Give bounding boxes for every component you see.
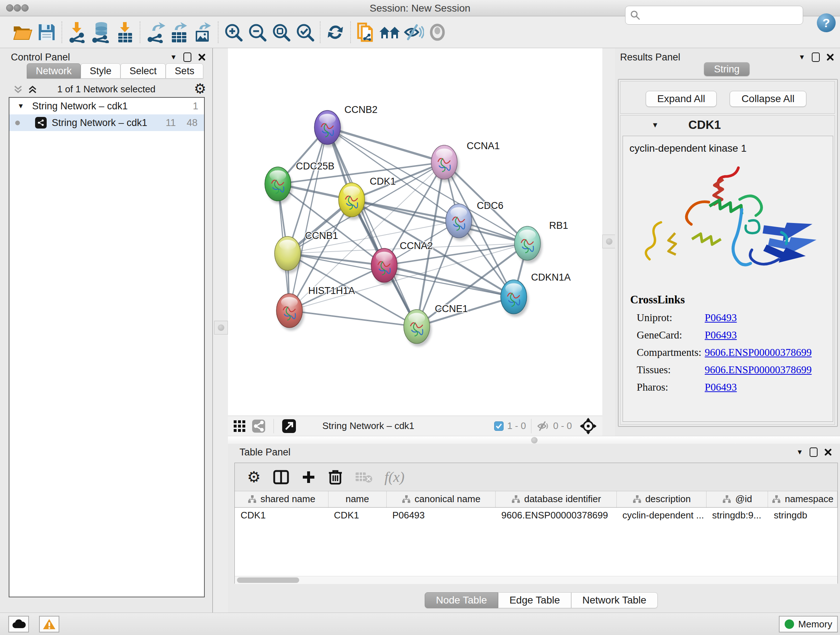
network-row[interactable]: String Network – cdk1 11 48	[9, 114, 204, 131]
edge-CCNB2-CCNE1[interactable]	[327, 127, 417, 326]
column-header--id[interactable]: @id	[706, 491, 768, 507]
refresh-view-button[interactable]	[324, 20, 347, 44]
export-network-button[interactable]	[143, 20, 167, 44]
zoom-out-button[interactable]	[245, 20, 269, 44]
left-splitter[interactable]	[213, 48, 228, 613]
collapse-entry-icon[interactable]: ▼	[652, 121, 659, 129]
new-network-from-selection-button[interactable]	[354, 20, 378, 44]
selected-nodes-checkbox[interactable]	[494, 421, 504, 431]
tree-expander-icon[interactable]: ▼	[17, 102, 24, 110]
gene-entry-header[interactable]: ▼ CDK1	[621, 116, 835, 134]
table-cell[interactable]: cyclin-dependent ...	[617, 507, 706, 523]
undock-panel-icon[interactable]	[810, 448, 818, 457]
hidden-eye-icon[interactable]	[537, 421, 549, 432]
tab-style[interactable]: Style	[81, 63, 120, 79]
close-panel-icon[interactable]	[824, 448, 832, 456]
column-header-name[interactable]: name	[328, 491, 386, 507]
node-label-CDC25B: CDC25B	[296, 161, 335, 172]
delete-column-trash-icon[interactable]	[328, 469, 343, 485]
crosslink-link[interactable]: P06493	[705, 381, 737, 393]
edge-CCNB2-HIST1H1A[interactable]	[289, 127, 327, 310]
open-in-new-window-icon[interactable]	[282, 419, 296, 433]
column-header-description[interactable]: description	[617, 491, 706, 507]
table-cell[interactable]: stringdb	[768, 507, 837, 523]
zoom-selected-button[interactable]	[293, 20, 317, 44]
memory-button[interactable]: Memory	[779, 616, 838, 632]
network-node-CCNE1[interactable]: CCNE1	[404, 303, 468, 347]
network-node-CDC25B[interactable]: CDC25B	[265, 161, 335, 204]
import-table-button[interactable]	[113, 20, 137, 44]
float-panel-icon[interactable]: ▼	[798, 53, 805, 61]
tab-select[interactable]: Select	[120, 63, 166, 79]
crosslink-link[interactable]: 9606.ENSP00000378699	[705, 347, 812, 358]
table-cell[interactable]: stringdb:9...	[706, 507, 768, 523]
right-splitter-handle[interactable]	[602, 234, 616, 249]
close-panel-icon[interactable]	[826, 53, 834, 61]
float-panel-icon[interactable]: ▼	[170, 53, 177, 61]
help-button[interactable]: ?	[817, 13, 836, 32]
save-session-button[interactable]	[35, 20, 58, 44]
tab-node-table[interactable]: Node Table	[425, 592, 498, 608]
crosslink-label: Tissues:	[630, 364, 705, 376]
open-session-button[interactable]	[11, 20, 35, 44]
network-share-icon[interactable]	[252, 419, 265, 433]
float-panel-icon[interactable]: ▼	[796, 448, 803, 456]
column-header-namespace[interactable]: namespace	[768, 491, 837, 507]
network-node-CCNA1[interactable]: CCNA1	[431, 141, 500, 182]
table-mode-gear-icon[interactable]: ⚙	[247, 468, 261, 486]
gear-icon[interactable]: ⚙	[194, 81, 206, 97]
table-cell[interactable]: 9606.ENSP00000378699	[496, 507, 617, 523]
zoom-fit-button[interactable]	[269, 20, 293, 44]
import-network-database-button[interactable]	[89, 20, 113, 44]
grid-view-icon[interactable]	[233, 420, 246, 432]
show-columns-icon[interactable]	[273, 469, 289, 485]
close-panel-icon[interactable]	[198, 53, 206, 61]
network-node-CDKN1A[interactable]: CDKN1A	[501, 272, 571, 317]
export-table-button[interactable]	[167, 20, 191, 44]
network-node-CDK1[interactable]: CDK1	[339, 176, 396, 220]
table-cell[interactable]: CDK1	[328, 507, 386, 523]
bottom-splitter-handle[interactable]	[531, 437, 538, 443]
search-input[interactable]	[641, 10, 796, 21]
hide-selected-button[interactable]	[401, 20, 425, 44]
tab-edge-table[interactable]: Edge Table	[498, 592, 571, 608]
scrollbar-thumb[interactable]	[237, 578, 299, 583]
tab-network-table[interactable]: Network Table	[571, 592, 658, 608]
warnings-button[interactable]	[39, 616, 59, 632]
create-column-icon[interactable]	[302, 470, 316, 485]
left-splitter-handle[interactable]	[214, 321, 228, 334]
birdseye-view-icon[interactable]	[580, 418, 597, 434]
column-header-shared-name[interactable]: shared name	[235, 491, 328, 507]
undock-panel-icon[interactable]	[812, 52, 820, 62]
network-node-RB1[interactable]: RB1	[515, 220, 568, 263]
table-row[interactable]: CDK1CDK1P064939606.ENSP00000378699cyclin…	[235, 507, 837, 523]
cloud-status-button[interactable]	[8, 616, 29, 632]
tab-network[interactable]: Network	[27, 63, 81, 79]
show-hidden-button[interactable]	[425, 20, 449, 44]
network-canvas[interactable]: CCNB2CCNA1CDC25BCDK1CDC6RB1CCNB1CCNA2CDK…	[228, 48, 602, 416]
table-cell[interactable]: CDK1	[235, 507, 328, 523]
zoom-in-button[interactable]	[221, 20, 245, 44]
tab-sets[interactable]: Sets	[166, 63, 203, 79]
tab-string[interactable]: String	[704, 62, 750, 76]
table-cell[interactable]: P06493	[386, 507, 495, 523]
crosslink-row: Compartments:9606.ENSP00000378699	[630, 347, 829, 358]
undock-panel-icon[interactable]	[183, 52, 191, 62]
crosslink-link[interactable]: P06493	[705, 329, 737, 341]
crosslink-link[interactable]: P06493	[705, 312, 737, 324]
network-collection-row[interactable]: ▼ String Network – cdk1 1	[9, 98, 204, 114]
network-edges[interactable]	[278, 127, 527, 326]
import-network-file-button[interactable]	[65, 20, 89, 44]
bottom-splitter[interactable]	[228, 436, 840, 444]
expand-all-button[interactable]: Expand All	[646, 91, 717, 107]
table-horizontal-scrollbar[interactable]	[235, 576, 837, 584]
right-splitter[interactable]	[602, 48, 615, 436]
crosslink-link[interactable]: 9606.ENSP00000378699	[705, 364, 812, 376]
export-image-button[interactable]	[191, 20, 215, 44]
column-header-database-identifier[interactable]: database identifier	[496, 491, 617, 507]
first-neighbors-button[interactable]	[378, 20, 401, 44]
column-header-canonical-name[interactable]: canonical name	[386, 491, 495, 507]
collapse-all-button[interactable]: Collapse All	[729, 91, 806, 107]
edge-HIST1H1A-CCNE1[interactable]	[289, 310, 417, 326]
edge-CCNB2-CCNA1[interactable]	[327, 127, 444, 162]
